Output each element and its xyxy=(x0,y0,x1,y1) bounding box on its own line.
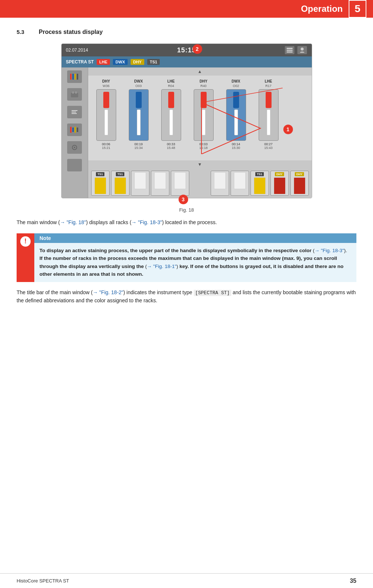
footer-brand: HistoCore SPECTRA ST xyxy=(17,578,69,584)
bars-icon xyxy=(285,46,294,54)
rack-code-3: R04 xyxy=(168,84,174,88)
callout-3: 3 xyxy=(179,195,188,204)
rack-time2-4: 15:18 xyxy=(199,146,208,150)
rack-time2-1: 15:21 xyxy=(102,146,110,150)
sidebar-icon-3[interactable] xyxy=(67,106,82,118)
svg-rect-1 xyxy=(287,50,293,51)
rack-color-2 xyxy=(136,92,142,108)
link-fig18-3[interactable]: → "Fig. 18-3" xyxy=(131,219,162,225)
footer-page-number: 35 xyxy=(350,578,356,584)
note-box: ! Note To display an active staining pro… xyxy=(17,233,356,282)
rack-time2-2: 15:34 xyxy=(134,146,143,150)
badge-ts1: TS1 xyxy=(147,59,160,65)
rack-time2-6: 15:43 xyxy=(264,146,273,150)
mini-rack-dhy-right-1: DHY xyxy=(270,171,289,196)
mini-rack-inner-right-red-1 xyxy=(274,177,286,194)
body-text-1: The main window (→ "Fig. 18") displays a… xyxy=(17,219,356,227)
page-footer: HistoCore SPECTRA ST 35 xyxy=(0,573,373,588)
page-content: 5.3 Process status display 2 02.07.2014 … xyxy=(0,18,373,326)
rack-time1-6: 00:27 xyxy=(264,142,273,146)
mini-rack-inner-right-yellow xyxy=(254,177,266,194)
rack-time1-5: 00:14 xyxy=(232,142,240,146)
rack-5: DWX O02 00:14 15:30 xyxy=(221,79,251,157)
rack-time2-5: 15:30 xyxy=(232,146,240,150)
rack-inner-3 xyxy=(169,109,173,135)
svg-rect-0 xyxy=(287,48,293,49)
rack-6: LHE R17 00:27 15:43 xyxy=(253,79,284,157)
mini-rack-inner-yellow-2 xyxy=(114,177,126,194)
inst-main: ▲ DHY W36 00:06 15:21 xyxy=(62,67,312,198)
sidebar-icon-2[interactable] xyxy=(67,88,82,101)
mini-badge-ts1-1: TS1 xyxy=(96,172,104,176)
svg-point-21 xyxy=(73,162,76,165)
note-header: Note xyxy=(34,233,356,243)
instrument-ui: 02.07.2014 15:15 SPECTRA ST LHE DWX DHY … xyxy=(61,44,312,198)
mini-rack-inner-right-white-2 xyxy=(234,172,246,189)
inst-topbar: 02.07.2014 15:15 xyxy=(62,44,312,56)
rack-1: DHY W36 00:06 15:21 xyxy=(91,79,121,157)
mini-rack-white-2 xyxy=(151,171,169,196)
note-link-1[interactable]: → "Fig. 18-3" xyxy=(314,248,344,253)
badge-dhy: DHY xyxy=(131,59,144,65)
mini-rack-ts1-2: TS1 xyxy=(111,171,129,196)
rack-color-6 xyxy=(266,92,272,108)
mini-badge-dhy-right-2: DHY xyxy=(295,172,304,176)
rack-color-4 xyxy=(201,92,207,108)
link-fig18-2[interactable]: → "Fig. 18-2" xyxy=(93,289,123,295)
rack-label-6: LHE xyxy=(265,79,272,83)
rack-2: DWX O03 00:19 15:34 xyxy=(124,79,154,157)
badge-lhe: LHE xyxy=(97,59,110,65)
svg-rect-2 xyxy=(287,52,293,52)
rack-inner-1 xyxy=(104,109,108,135)
rack-color-5 xyxy=(233,92,239,108)
inst-icons xyxy=(285,46,307,54)
rack-4: DHY R40 00:03 15:18 xyxy=(189,79,219,157)
note-content: Note To display an active staining proce… xyxy=(34,233,356,282)
rack-color-1 xyxy=(103,92,109,108)
sidebar-icon-settings[interactable] xyxy=(67,141,82,154)
rack-label-5: DWX xyxy=(232,79,240,83)
svg-rect-18 xyxy=(77,128,78,132)
rack-label-1: DHY xyxy=(102,79,110,83)
rack-time2-3: 15:48 xyxy=(167,146,175,150)
mini-badge-ts1-right: TS1 xyxy=(255,172,264,176)
rack-label-2: DWX xyxy=(134,79,143,83)
body-text-2: The title bar of the main window (→ "Fig… xyxy=(17,289,356,305)
rack-label-3: LHE xyxy=(167,79,175,83)
svg-rect-8 xyxy=(71,93,78,97)
svg-rect-7 xyxy=(77,74,78,80)
scroll-up-button[interactable]: ▲ xyxy=(88,67,312,76)
rack-time1-4: 00:03 xyxy=(199,142,208,146)
rack-code-1: W36 xyxy=(103,84,110,88)
link-fig18[interactable]: → "Fig. 18" xyxy=(60,219,86,225)
svg-rect-16 xyxy=(72,128,74,132)
note-link-2[interactable]: → "Fig. 18-1" xyxy=(147,264,176,269)
svg-rect-4 xyxy=(70,74,72,80)
section-title: Process status display xyxy=(39,29,103,35)
mini-rack-inner-white-3 xyxy=(174,172,186,189)
svg-rect-17 xyxy=(75,127,76,133)
rack-body-3 xyxy=(161,89,181,141)
callout-1: 1 xyxy=(283,125,293,134)
inst-brand: SPECTRA ST xyxy=(66,59,94,65)
sidebar-icon-1[interactable] xyxy=(67,70,82,83)
rack-time1-1: 00:06 xyxy=(102,142,110,146)
svg-rect-6 xyxy=(75,74,76,80)
scroll-down-button[interactable]: ▼ xyxy=(88,160,312,168)
rack-body-2 xyxy=(129,89,149,141)
callout-2: 2 xyxy=(193,44,202,54)
rack-inner-4 xyxy=(202,109,206,135)
rack-inner-5 xyxy=(234,109,238,135)
rack-body-1 xyxy=(96,89,116,141)
tray-spacer xyxy=(191,171,208,196)
badge-dwx: DWX xyxy=(113,59,128,65)
sidebar-icon-user[interactable] xyxy=(67,159,82,171)
instrument-type-mono: [SPECTRA ST] xyxy=(194,290,231,296)
sidebar-icon-4[interactable] xyxy=(67,123,82,136)
svg-rect-10 xyxy=(75,91,77,94)
mini-rack-dhy-right-2: DHY xyxy=(290,171,309,196)
svg-point-20 xyxy=(74,147,75,148)
rack-code-5: O02 xyxy=(233,84,239,88)
svg-rect-14 xyxy=(72,113,77,114)
inst-bottom: TS1 TS1 xyxy=(88,168,312,198)
